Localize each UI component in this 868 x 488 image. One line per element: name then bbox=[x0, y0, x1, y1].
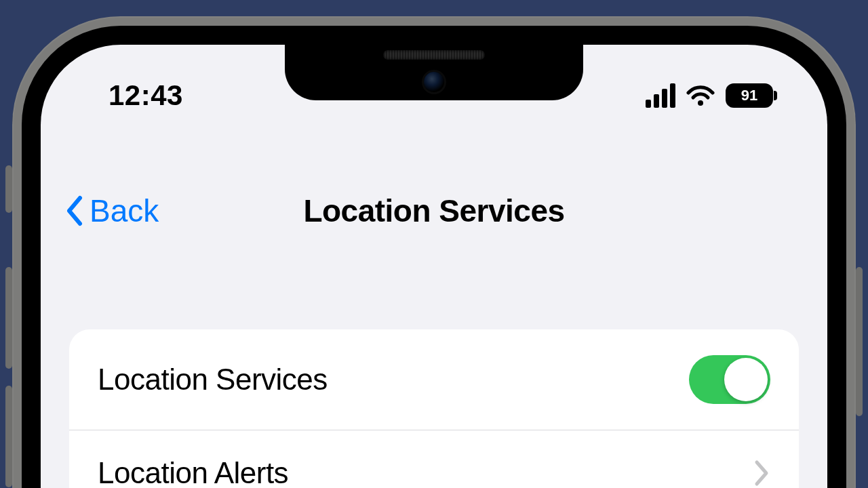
screen: 12:43 91 bbox=[41, 45, 827, 488]
location-services-toggle[interactable] bbox=[689, 355, 770, 404]
volume-down-button[interactable] bbox=[5, 386, 12, 487]
row-label: Location Alerts bbox=[98, 456, 288, 488]
status-indicators: 91 bbox=[646, 83, 773, 108]
battery-level: 91 bbox=[741, 87, 757, 104]
notch bbox=[285, 45, 583, 100]
phone-frame: 12:43 91 bbox=[12, 16, 856, 488]
row-label: Location Services bbox=[98, 363, 328, 396]
cellular-icon bbox=[646, 83, 675, 108]
wifi-icon bbox=[686, 84, 715, 107]
battery-indicator: 91 bbox=[726, 83, 773, 108]
page-title: Location Services bbox=[41, 192, 827, 229]
chevron-right-icon bbox=[754, 460, 770, 487]
status-time: 12:43 bbox=[108, 79, 183, 112]
phone-bezel: 12:43 91 bbox=[22, 26, 846, 488]
volume-up-button[interactable] bbox=[5, 267, 12, 369]
navigation-bar: Back Location Services bbox=[41, 180, 827, 241]
power-button[interactable] bbox=[856, 267, 863, 416]
svg-point-0 bbox=[698, 100, 703, 106]
row-location-alerts[interactable]: Location Alerts bbox=[69, 430, 799, 488]
mute-switch[interactable] bbox=[5, 165, 12, 213]
speaker-grille bbox=[383, 50, 485, 60]
settings-group: Location Services Location Alerts bbox=[69, 329, 799, 488]
front-camera bbox=[424, 72, 444, 92]
row-location-services[interactable]: Location Services bbox=[69, 329, 799, 430]
